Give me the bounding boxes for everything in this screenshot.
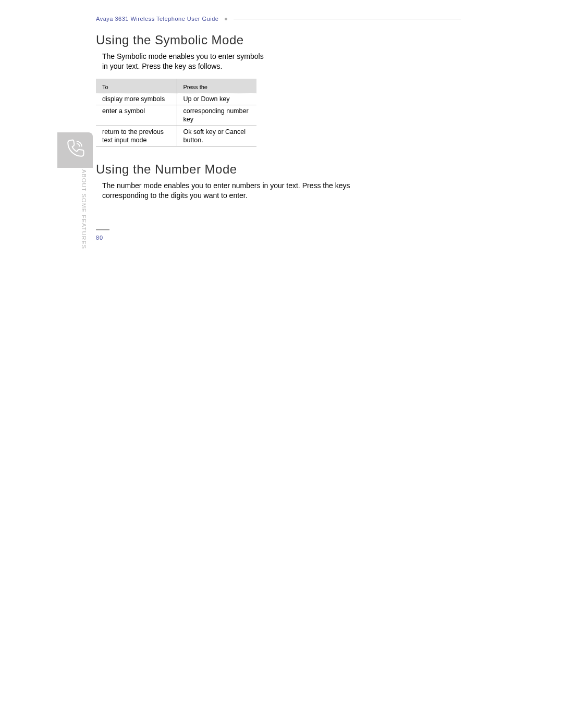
phone-icon-block — [57, 132, 93, 168]
document-header: Avaya 3631 Wireless Telephone User Guide — [96, 16, 461, 22]
table-header-to: To — [96, 79, 177, 93]
table-row: return to the previous text input mode O… — [96, 126, 256, 146]
page-number-block: 80 — [96, 229, 109, 241]
table-row: display more symbols Up or Down key — [96, 93, 256, 105]
table-row: enter a symbol corresponding number key — [96, 105, 256, 126]
header-bullet-icon — [225, 18, 227, 20]
doc-title: Avaya 3631 Wireless Telephone User Guide — [96, 16, 218, 22]
header-rule — [234, 19, 461, 19]
table-header-press: Press the — [177, 79, 256, 93]
section-heading-symbolic: Using the Symbolic Mode — [96, 33, 486, 47]
table-cell: Ok soft key or Cancel button. — [177, 126, 256, 146]
symbolic-mode-table: To Press the display more symbols Up or … — [96, 79, 256, 146]
section-side-label: ABOUT SOME FEATURES — [81, 169, 87, 249]
table-cell: return to the previous text input mode — [96, 126, 177, 146]
page-number-rule — [96, 229, 109, 230]
phone-icon — [64, 138, 87, 163]
table-cell: enter a symbol — [96, 105, 177, 126]
number-intro-paragraph: The number mode enables you to enter num… — [102, 181, 394, 201]
page-number: 80 — [96, 235, 109, 241]
table-cell: display more symbols — [96, 93, 177, 105]
table-cell: corresponding number key — [177, 105, 256, 126]
table-cell: Up or Down key — [177, 93, 256, 105]
section-heading-number: Using the Number Mode — [96, 162, 486, 177]
symbolic-intro-paragraph: The Symbolic mode enables you to enter s… — [102, 52, 264, 71]
